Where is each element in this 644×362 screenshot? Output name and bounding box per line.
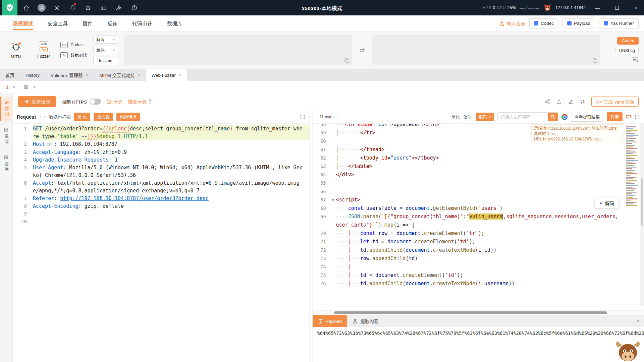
menu-item-6[interactable]: 数据库	[160, 15, 190, 32]
codec-output-area[interactable]	[372, 35, 600, 65]
export-icon[interactable]	[556, 99, 562, 105]
save-session-icon[interactable]	[23, 84, 29, 89]
decode-select[interactable]: 解码∨	[93, 35, 118, 44]
edit-icon[interactable]	[568, 99, 574, 105]
beautify-button[interactable]: 美 化	[74, 113, 90, 121]
open-in-browser-icon[interactable]	[561, 114, 568, 120]
copy-icon[interactable]	[592, 58, 598, 63]
collapse-list-icon[interactable]	[633, 57, 639, 63]
request-editor[interactable]: 1GET /user/order3?order={{urlenc(desc;se…	[13, 124, 309, 362]
settings-gear-icon[interactable]	[50, 0, 64, 15]
import-resource-link[interactable]: 导入资源	[499, 20, 525, 27]
scrollbar-thumb[interactable]	[334, 311, 607, 314]
comment-icon[interactable]	[626, 114, 631, 120]
hot-reload-button[interactable]: 热加载	[94, 113, 113, 121]
tab-history[interactable]: History	[20, 69, 45, 81]
codec-run-button[interactable]: Codec	[617, 37, 639, 45]
expand-request-icon[interactable]	[300, 114, 305, 120]
yak-engine-icon[interactable]	[543, 4, 551, 11]
rps-stat: RPS 0 CPU 25%	[483, 5, 516, 10]
help-icon[interactable]	[127, 0, 141, 15]
tab-close-icon[interactable]: ×	[86, 73, 89, 78]
decode-float-button[interactable]: ✦ 解码	[595, 198, 619, 208]
scrollbar-horizontal	[313, 310, 644, 315]
response-size-badge: 11 bytes	[317, 114, 337, 120]
side-tab-3[interactable]: 插件	[0, 152, 13, 176]
close-payload-panel-icon[interactable]: ×	[632, 315, 644, 327]
session-tab-1[interactable]: 1	[6, 84, 9, 90]
codec-entry[interactable]: C‹› Codec	[60, 42, 87, 48]
tab-payload[interactable]: Payload	[313, 315, 347, 327]
response-render-button[interactable]: 渲染	[464, 114, 472, 120]
copy-icon[interactable]	[344, 58, 350, 63]
mitm-entry[interactable]: MITM	[5, 35, 27, 65]
detail-button[interactable]: 详情	[607, 112, 623, 121]
user-avatar[interactable]	[35, 0, 48, 15]
fold-caret-icon[interactable]: ∨	[330, 196, 336, 204]
add-session-icon[interactable]: +	[33, 84, 36, 90]
next-arrow-icon[interactable]: ›	[44, 114, 46, 120]
tab-web-fuzzer[interactable]: Web Fuzzer×	[146, 69, 187, 81]
fuzztag-button[interactable]: fuzztag	[93, 57, 118, 65]
payload-panel: Payload 提取内容 × %64%65%73%63%3b%73%65%6c%…	[313, 315, 644, 362]
code-line: 3Accept-Language: zh-CN,zh;q=0.9	[13, 148, 309, 156]
prev-arrow-icon[interactable]: ‹	[39, 114, 41, 120]
scrollbar-vertical[interactable]	[640, 124, 644, 306]
tab-extract-content[interactable]: 提取内容	[347, 315, 384, 327]
close-button[interactable]: ×	[629, 0, 644, 15]
send-request-button[interactable]: 发送请求	[18, 96, 56, 107]
history-link[interactable]: 历史	[106, 98, 122, 105]
swap-panels-icon[interactable]: ⇄	[358, 35, 366, 65]
payload-content[interactable]: %64%65%73%63%3b%73%65%6c%65%63%74%20%67%…	[313, 327, 644, 362]
menu-item-4[interactable]: 反连	[100, 15, 125, 32]
wrench-icon[interactable]	[112, 0, 125, 15]
generate-yaml-button[interactable]: </> 生成 Yaml 模板	[591, 97, 639, 107]
tab-mitm-交互式劫持[interactable]: MITM 交互式劫持×	[94, 69, 146, 81]
view-extract-button[interactable]: 查看提取结果	[571, 112, 603, 122]
maximize-button[interactable]	[609, 0, 625, 15]
response-editor[interactable]: 58···<th scope="col">UpdateCart</th>59│·…	[313, 124, 644, 310]
encode-select[interactable]: 编码∨	[93, 46, 118, 54]
session-close-icon[interactable]: ×	[13, 84, 15, 89]
tab-vulinbox-管理器[interactable]: Vulinbox 管理器×	[45, 69, 94, 81]
line-number: 68	[313, 204, 330, 213]
tab-首页[interactable]: 首页	[0, 69, 20, 81]
minimap[interactable]	[625, 124, 639, 306]
packet-scan-link[interactable]: 数据包扫描	[49, 114, 71, 120]
terminal-icon[interactable]	[97, 0, 110, 15]
quick-button-payload[interactable]: Payload	[562, 18, 595, 28]
home-icon[interactable]	[19, 0, 33, 15]
construct-request-button[interactable]: 构造请求	[116, 113, 140, 121]
share-icon[interactable]	[544, 99, 550, 105]
data-compare-entry[interactable]: ⇆ 数据对比	[60, 52, 87, 58]
response-encode-dropdown[interactable]: 编码 ∨	[476, 113, 494, 121]
split-drag-handle[interactable]	[310, 110, 312, 362]
notifications-bell-icon[interactable]	[66, 0, 79, 15]
clock-icon	[106, 99, 111, 104]
web-fuzzer-entry[interactable]: Web WS Fuzzer	[33, 35, 54, 65]
tab-close-icon[interactable]: ×	[179, 73, 181, 78]
side-tab-1[interactable]: 序列	[0, 97, 13, 121]
yakit-logo-icon[interactable]	[2, 0, 17, 15]
blast-example-link[interactable]: 爆破示例 ?	[128, 98, 152, 105]
force-https-toggle[interactable]	[90, 99, 101, 105]
quick-button-yak-runner[interactable]: Yak Runner	[599, 18, 639, 28]
response-search-input[interactable]	[498, 115, 548, 119]
menu-item-1[interactable]: 渗透测试	[5, 15, 40, 32]
menu-item-5[interactable]: 代码审计	[125, 15, 160, 32]
code-line: 61│·······</thead>	[313, 145, 644, 154]
quick-button-codec[interactable]: Codec	[529, 18, 558, 28]
minimize-button[interactable]: —	[590, 0, 605, 15]
bug-report-icon[interactable]	[81, 0, 95, 15]
codec-input-area[interactable]	[124, 35, 352, 65]
expand-response-icon[interactable]	[635, 114, 640, 120]
search-button[interactable]	[548, 113, 558, 121]
dnslog-button[interactable]: DNSLog	[615, 47, 639, 54]
menu-item-2[interactable]: 安全工具	[40, 15, 75, 32]
side-tab-2[interactable]: 提取	[0, 124, 13, 148]
response-beautify-button[interactable]: 美化	[451, 114, 460, 120]
tab-close-icon[interactable]: ×	[138, 73, 141, 78]
engine-address[interactable]: 127.0.0.1 41842	[555, 5, 586, 10]
menu-item-3[interactable]: 插件	[75, 15, 100, 32]
swap-icon[interactable]	[580, 99, 585, 105]
